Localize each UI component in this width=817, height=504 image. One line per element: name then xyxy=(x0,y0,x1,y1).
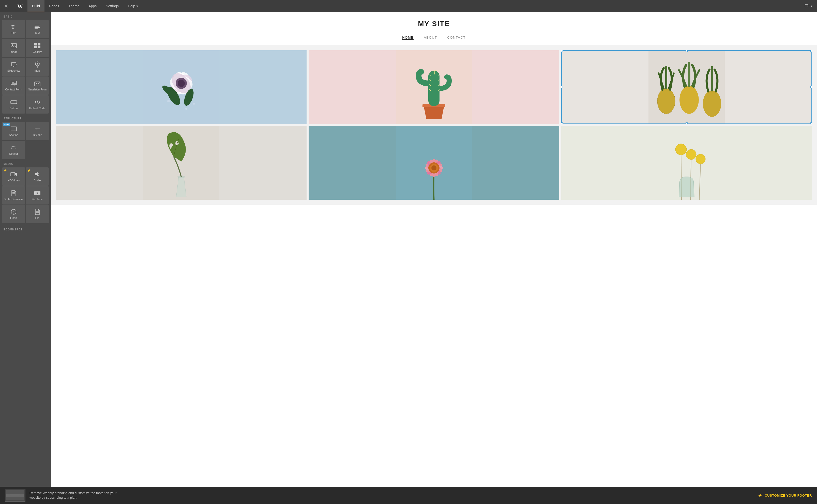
divider-icon xyxy=(34,126,41,132)
map-icon xyxy=(34,61,41,68)
nav-build[interactable]: Build xyxy=(27,0,44,12)
gallery-cell-leaf[interactable] xyxy=(56,126,306,200)
divider-label: Divider xyxy=(33,133,41,137)
scribd-label: Scribd Document xyxy=(4,198,23,201)
embed-label: Embed Code xyxy=(29,107,45,110)
site-title: MY SITE xyxy=(56,20,812,28)
svg-rect-8 xyxy=(11,43,17,48)
flash-label: Flash xyxy=(10,216,17,220)
gallery-icon xyxy=(34,43,41,49)
svg-rect-109 xyxy=(6,494,24,497)
sidebar-item-contact-form[interactable]: Contact Form xyxy=(2,76,25,95)
sidebar-structure-label: STRUCTURE xyxy=(0,114,51,121)
slideshow-label: Slideshow xyxy=(7,69,20,72)
svg-rect-13 xyxy=(38,46,40,48)
contact-form-label: Contact Form xyxy=(5,88,22,91)
sidebar-item-audio[interactable]: ⚡ Audio xyxy=(26,167,49,186)
gallery-cell-flower[interactable] xyxy=(56,50,306,124)
audio-label: Audio xyxy=(34,179,41,182)
button-label: Button xyxy=(10,107,18,110)
sidebar-item-text[interactable]: Text xyxy=(26,20,49,38)
svg-rect-4 xyxy=(35,25,40,25)
main-layout: BASIC T Title xyxy=(0,12,817,487)
svg-rect-31 xyxy=(12,146,16,149)
sidebar-item-youtube[interactable]: YouTube xyxy=(26,186,49,204)
sidebar-item-embed[interactable]: Embed Code xyxy=(26,95,49,114)
youtube-icon xyxy=(34,190,41,196)
nav-settings[interactable]: Settings xyxy=(101,0,123,12)
svg-rect-7 xyxy=(35,28,38,29)
svg-marker-33 xyxy=(35,172,38,177)
site-frame: MY SITE HOME ABOUT CONTACT xyxy=(51,12,817,487)
svg-rect-32 xyxy=(11,172,15,176)
svg-rect-5 xyxy=(35,26,39,27)
sidebar-structure-grid: NEW Section Divider xyxy=(0,121,51,160)
spacer-label: Spacer xyxy=(9,152,18,155)
contact-form-icon xyxy=(10,80,17,86)
sidebar-item-section[interactable]: NEW Section xyxy=(2,122,25,140)
gallery-label: Gallery xyxy=(33,50,42,54)
sidebar-media-label: MEDIA xyxy=(0,160,51,167)
svg-point-97 xyxy=(432,165,437,170)
site-nav: HOME ABOUT CONTACT xyxy=(51,32,817,45)
footer-cta-label: CUSTOMIZE YOUR FOOTER xyxy=(765,494,812,497)
top-navigation: ✕ W Build Pages Theme Apps Settings Help… xyxy=(0,0,817,12)
sidebar-item-file[interactable]: File xyxy=(26,205,49,223)
scribd-icon xyxy=(10,190,17,196)
audio-icon xyxy=(34,171,41,177)
footer-cta-button[interactable]: ⚡ CUSTOMIZE YOUR FOOTER xyxy=(758,493,812,498)
site-nav-home[interactable]: HOME xyxy=(402,36,414,40)
gallery-cell-cactus[interactable] xyxy=(308,50,559,124)
hd-video-label: HD Video xyxy=(8,179,20,182)
sidebar-item-title[interactable]: T Title xyxy=(2,20,25,38)
text-icon xyxy=(34,24,41,30)
footer-bar: Remove Weebly branding and customize the… xyxy=(0,487,817,504)
flash-icon xyxy=(10,209,17,215)
gallery-cell-pink-flower[interactable] xyxy=(308,126,559,200)
gallery-grid xyxy=(56,50,812,200)
nav-pages[interactable]: Pages xyxy=(44,0,64,12)
svg-rect-11 xyxy=(38,43,40,45)
sidebar-item-spacer[interactable]: Spacer xyxy=(2,141,25,159)
footer-text: Remove Weebly branding and customize the… xyxy=(29,491,753,500)
site-nav-about[interactable]: ABOUT xyxy=(424,36,437,40)
svg-point-55 xyxy=(193,103,195,105)
close-button[interactable]: ✕ xyxy=(0,0,12,12)
sidebar-item-map[interactable]: Map xyxy=(26,58,49,76)
title-label: Title xyxy=(11,31,16,35)
nav-theme[interactable]: Theme xyxy=(64,0,84,12)
embed-icon xyxy=(34,99,41,105)
svg-rect-27 xyxy=(11,127,17,131)
sidebar-basic-grid: T Title Text xyxy=(0,20,51,114)
nav-apps[interactable]: Apps xyxy=(84,0,101,12)
nav-help[interactable]: Help ▾ xyxy=(123,0,143,12)
newsletter-icon xyxy=(34,81,41,87)
sidebar-item-newsletter[interactable]: Newsletter Form xyxy=(26,76,49,95)
sidebar-item-flash[interactable]: Flash xyxy=(2,205,25,223)
sidebar-item-image[interactable]: Image xyxy=(2,39,25,57)
device-toggle[interactable]: ▾ xyxy=(800,0,817,12)
lightning-icon-video: ⚡ xyxy=(4,169,7,172)
svg-point-54 xyxy=(167,100,170,102)
nav-items: Build Pages Theme Apps Settings Help ▾ xyxy=(27,0,414,12)
svg-rect-110 xyxy=(10,495,20,495)
svg-rect-14 xyxy=(11,62,16,66)
sidebar-item-button[interactable]: Button xyxy=(2,95,25,114)
gallery-cell-yellow-balls[interactable] xyxy=(561,126,812,200)
sidebar-item-slideshow[interactable]: Slideshow xyxy=(2,58,25,76)
svg-rect-20 xyxy=(11,81,17,85)
site-nav-contact[interactable]: CONTACT xyxy=(447,36,466,40)
svg-point-75 xyxy=(703,90,721,117)
lightning-icon-audio: ⚡ xyxy=(27,169,31,172)
sidebar-item-divider[interactable]: Divider xyxy=(26,122,49,140)
new-badge: NEW xyxy=(3,123,10,126)
newsletter-label: Newsletter Form xyxy=(28,88,46,91)
svg-point-74 xyxy=(680,86,699,114)
weebly-logo: W xyxy=(12,0,27,12)
text-label: Text xyxy=(35,31,40,35)
gallery-cell-pineapple[interactable] xyxy=(561,50,812,124)
sidebar-item-gallery[interactable]: Gallery xyxy=(26,39,49,57)
image-icon xyxy=(10,43,17,49)
sidebar-item-scribd[interactable]: Scribd Document xyxy=(2,186,25,204)
sidebar-item-hd-video[interactable]: ⚡ HD Video xyxy=(2,167,25,186)
